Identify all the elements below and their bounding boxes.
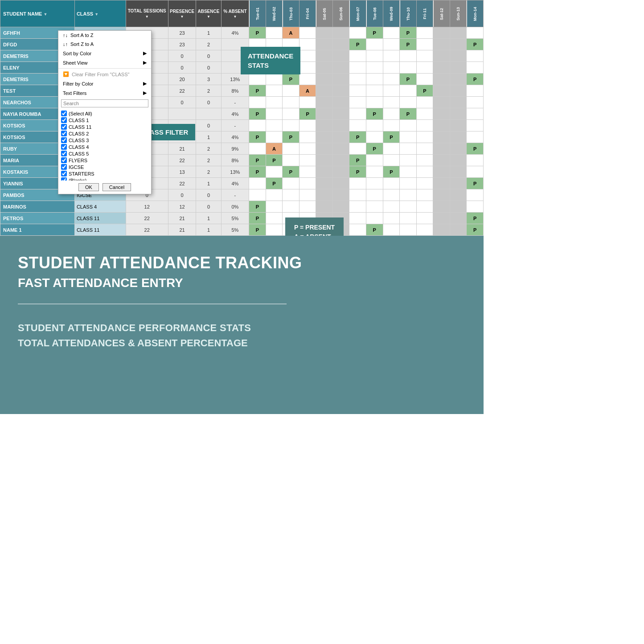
day-cell[interactable]: P [283,166,299,178]
day-cell[interactable] [433,213,450,224]
day-cell[interactable]: P [249,166,266,178]
day-cell[interactable] [349,143,366,155]
day-cell[interactable]: P [366,108,383,120]
day-cell[interactable] [467,131,484,143]
day-cell[interactable] [349,27,366,39]
day-cell[interactable] [416,74,433,85]
day-cell[interactable] [266,108,283,120]
day-cell[interactable] [383,39,400,50]
day-cell[interactable] [366,213,383,224]
day-cell[interactable] [332,97,349,108]
day-cell[interactable] [266,74,283,85]
day-cell[interactable] [266,131,283,143]
day-cell[interactable] [266,120,283,131]
student-name-cell[interactable]: PETROS [0,213,75,224]
day-cell[interactable] [416,143,433,155]
day-cell[interactable] [299,201,316,213]
day-cell[interactable]: P [400,108,417,120]
day-cell[interactable] [249,189,266,201]
day-cell[interactable] [249,97,266,108]
day-cell[interactable] [366,166,383,178]
day-cell[interactable] [316,74,333,85]
day-cell[interactable] [467,97,484,108]
day-cell[interactable]: P [299,108,316,120]
day-cell[interactable] [299,131,316,143]
day-cell[interactable] [450,143,467,155]
day-cell[interactable] [416,201,433,213]
day-cell[interactable] [316,201,333,213]
header-presence[interactable]: PRESENCE ▼ [168,0,196,27]
day-cell[interactable] [450,108,467,120]
day-cell[interactable] [400,224,417,236]
day-cell[interactable] [450,189,467,201]
day-cell[interactable] [450,201,467,213]
day-cell[interactable] [416,97,433,108]
ok-button[interactable]: OK [78,183,99,191]
day-cell[interactable]: P [249,155,266,166]
day-cell[interactable] [299,50,316,62]
day-cell[interactable] [266,213,283,224]
day-cell[interactable] [383,62,400,74]
day-cell[interactable] [332,131,349,143]
day-cell[interactable] [433,166,450,178]
day-cell[interactable] [349,213,366,224]
day-cell[interactable] [349,189,366,201]
day-cell[interactable] [450,74,467,85]
day-cell[interactable]: P [266,155,283,166]
day-cell[interactable] [383,108,400,120]
day-cell[interactable] [416,27,433,39]
day-cell[interactable] [249,178,266,189]
day-cell[interactable] [316,131,333,143]
day-cell[interactable] [299,62,316,74]
day-cell[interactable] [416,189,433,201]
day-cell[interactable] [467,189,484,201]
day-cell[interactable] [450,155,467,166]
clear-filter-item[interactable]: 🔽 Clear Filter From "CLASS" [58,70,151,79]
day-cell[interactable]: P [467,213,484,224]
day-cell[interactable] [266,85,283,97]
day-cell[interactable] [266,189,283,201]
day-cell[interactable] [450,120,467,131]
day-cell[interactable] [383,143,400,155]
day-cell[interactable] [366,85,383,97]
day-cell[interactable] [400,178,417,189]
day-cell[interactable]: A [283,27,299,39]
day-cell[interactable] [332,143,349,155]
day-cell[interactable] [450,62,467,74]
day-cell[interactable] [433,39,450,50]
filter-search-input[interactable] [61,99,148,107]
class-checkbox-item[interactable]: CLASS 5 [61,150,148,157]
day-cell[interactable] [433,120,450,131]
day-cell[interactable]: P [467,74,484,85]
day-cell[interactable] [416,155,433,166]
day-cell[interactable] [349,178,366,189]
day-cell[interactable] [416,62,433,74]
day-cell[interactable] [266,27,283,39]
day-cell[interactable] [366,201,383,213]
day-cell[interactable] [332,155,349,166]
class-checkbox-item[interactable]: CLASS 11 [61,123,148,130]
day-cell[interactable] [366,50,383,62]
day-cell[interactable] [433,143,450,155]
day-cell[interactable] [366,178,383,189]
sort-a-to-z-item[interactable]: ↑↓ Sort A to Z [58,31,151,40]
day-cell[interactable] [366,131,383,143]
day-cell[interactable] [383,213,400,224]
class-checkbox-item[interactable]: CLASS 4 [61,144,148,150]
day-cell[interactable] [450,131,467,143]
day-cell[interactable] [433,189,450,201]
day-cell[interactable] [316,97,333,108]
header-student-name[interactable]: STUDENT NAME ▼ [0,0,75,27]
day-cell[interactable] [316,62,333,74]
day-cell[interactable] [450,85,467,97]
day-cell[interactable] [283,143,299,155]
day-cell[interactable] [299,178,316,189]
day-cell[interactable]: P [349,155,366,166]
day-cell[interactable] [316,39,333,50]
day-cell[interactable] [467,62,484,74]
day-cell[interactable] [283,85,299,97]
sort-by-color-item[interactable]: Sort by Color ▶ [58,49,151,58]
day-cell[interactable] [416,131,433,143]
day-cell[interactable] [450,213,467,224]
day-cell[interactable] [299,189,316,201]
